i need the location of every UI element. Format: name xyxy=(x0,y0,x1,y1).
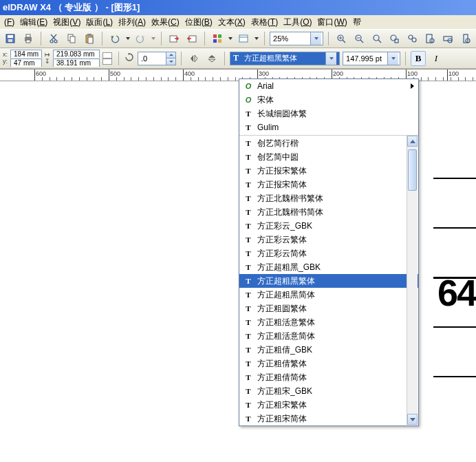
zoom-page-button[interactable] xyxy=(422,31,437,46)
font-list-item[interactable]: T方正北魏楷书繁体 xyxy=(239,191,418,205)
welcome-button[interactable] xyxy=(236,31,251,46)
menu-tools[interactable]: 工具(O) xyxy=(281,15,314,29)
menu-arrange[interactable]: 排列(A) xyxy=(116,15,149,29)
font-name-label: 方正粗宋简体 xyxy=(257,413,307,425)
font-list-item[interactable]: T方正北魏楷书简体 xyxy=(239,205,418,219)
font-list-item[interactable]: T方正粗倩_GBK xyxy=(239,343,418,357)
font-type-icon: T xyxy=(244,414,253,423)
zoom-width-button[interactable] xyxy=(440,31,455,46)
save-button[interactable] xyxy=(3,31,18,46)
menu-file[interactable]: (F) xyxy=(1,15,17,29)
font-list-item[interactable]: OArial xyxy=(239,79,418,93)
undo-dropdown[interactable] xyxy=(125,37,131,40)
zoom-onetoone-button[interactable] xyxy=(369,31,385,46)
mirror-h-button[interactable] xyxy=(186,51,202,66)
zoom-selection-button[interactable] xyxy=(387,31,402,46)
font-list-item[interactable]: T方正超粗黑_GBK xyxy=(239,260,418,274)
fontsize-dropdown-button[interactable] xyxy=(387,52,398,65)
font-dropdown-button[interactable] xyxy=(325,52,336,65)
menu-bitmap[interactable]: 位图(B) xyxy=(182,15,215,29)
font-list-item[interactable]: T方正粗倩繁体 xyxy=(239,357,418,370)
svg-point-30 xyxy=(374,35,379,41)
scroll-down-button[interactable] xyxy=(407,414,418,425)
svg-rect-17 xyxy=(213,34,217,38)
menu-layout[interactable]: 版面(L) xyxy=(83,15,116,29)
menu-effects[interactable]: 效果(C) xyxy=(149,15,182,29)
font-list-item[interactable]: T方正粗宋简体 xyxy=(239,412,418,426)
font-list-scrollbar[interactable] xyxy=(407,136,418,425)
rotation-field[interactable] xyxy=(138,52,176,65)
welcome-dropdown[interactable] xyxy=(254,37,259,40)
font-list-item[interactable]: T方正超粗黑简体 xyxy=(239,288,418,302)
font-list-item[interactable]: O宋体 xyxy=(239,93,418,107)
menu-text[interactable]: 文本(X) xyxy=(215,15,248,29)
italic-button[interactable]: I xyxy=(429,51,444,66)
print-button[interactable] xyxy=(21,31,36,46)
zoom-height-button[interactable] xyxy=(458,31,473,46)
font-list-item[interactable]: T方正粗圆繁体 xyxy=(239,302,418,315)
svg-rect-21 xyxy=(239,35,248,42)
width-input[interactable] xyxy=(54,50,99,58)
font-list-item[interactable]: T方正彩云简体 xyxy=(239,246,418,260)
font-list-item[interactable]: T方正粗倩简体 xyxy=(239,370,418,384)
font-combo[interactable]: T xyxy=(230,52,340,65)
zoom-all-button[interactable] xyxy=(404,31,420,46)
font-list-item[interactable]: T方正粗宋繁体 xyxy=(239,398,418,412)
redo-button[interactable] xyxy=(133,31,149,46)
import-button[interactable] xyxy=(166,31,182,46)
mirror-v-button[interactable] xyxy=(204,51,219,66)
zoom-input[interactable] xyxy=(270,32,310,45)
undo-button[interactable] xyxy=(107,31,122,46)
height-input[interactable] xyxy=(54,59,99,67)
zoom-dropdown-button[interactable] xyxy=(310,32,321,45)
scroll-up-button[interactable] xyxy=(407,136,418,147)
zoom-combo[interactable] xyxy=(270,32,323,45)
font-list-item[interactable]: T方正彩云繁体 xyxy=(239,233,418,246)
font-list-item[interactable]: TGulim xyxy=(239,120,418,134)
font-dropdown-list: OArialO宋体T长城细圆体繁TGulimT创艺简行楷T创艺简中圆T方正报宋繁… xyxy=(239,78,419,426)
rotation-input[interactable] xyxy=(138,52,166,65)
menu-help[interactable]: 帮 xyxy=(350,15,364,29)
font-type-icon: T xyxy=(244,332,253,340)
menu-view[interactable]: 视图(V) xyxy=(50,15,83,29)
font-list-item[interactable]: T创艺简行楷 xyxy=(239,136,418,150)
font-list-item[interactable]: T创艺简中圆 xyxy=(239,150,418,164)
x-input[interactable] xyxy=(11,50,41,58)
font-list-item[interactable]: T方正粗宋_GBK xyxy=(239,384,418,398)
font-type-icon: T xyxy=(244,304,253,313)
font-type-icon: O xyxy=(244,82,253,90)
copy-button[interactable] xyxy=(64,31,79,46)
paste-button[interactable] xyxy=(82,31,97,46)
font-list-item[interactable]: T方正报宋繁体 xyxy=(239,164,418,178)
font-type-icon: T xyxy=(244,277,253,285)
svg-rect-13 xyxy=(87,34,91,36)
app-launcher-dropdown[interactable] xyxy=(228,37,233,40)
svg-line-31 xyxy=(378,40,381,43)
bold-button[interactable]: B xyxy=(411,51,426,66)
fontsize-combo[interactable] xyxy=(343,52,400,65)
y-input[interactable] xyxy=(11,59,41,67)
app-launcher-button[interactable] xyxy=(210,31,225,46)
zoom-out-button[interactable] xyxy=(351,31,367,46)
font-input[interactable] xyxy=(241,52,325,65)
redo-dropdown[interactable] xyxy=(151,37,156,40)
lock-ratio[interactable] xyxy=(102,52,113,65)
menu-table[interactable]: 表格(T) xyxy=(248,15,281,29)
font-list-item[interactable]: T方正粗活意简体 xyxy=(239,329,418,343)
menu-window[interactable]: 窗口(W) xyxy=(314,15,349,29)
rotate-icon xyxy=(124,52,135,65)
font-list-item[interactable]: T方正报宋简体 xyxy=(239,178,418,191)
font-list-item[interactable]: T长城细圆体繁 xyxy=(239,107,418,120)
font-name-label: 宋体 xyxy=(257,94,274,106)
font-list-item[interactable]: T方正超粗黑繁体 xyxy=(239,274,418,288)
rotation-up[interactable] xyxy=(166,52,175,59)
cut-button[interactable] xyxy=(46,31,61,46)
scroll-thumb[interactable] xyxy=(408,149,417,191)
zoom-in-button[interactable] xyxy=(334,31,349,46)
font-list-item[interactable]: T方正彩云_GBK xyxy=(239,219,418,233)
menu-edit[interactable]: 编辑(E) xyxy=(17,15,50,29)
rotation-down[interactable] xyxy=(166,59,175,65)
fontsize-input[interactable] xyxy=(343,52,387,65)
font-list-item[interactable]: T方正粗活意繁体 xyxy=(239,315,418,329)
export-button[interactable] xyxy=(184,31,199,46)
